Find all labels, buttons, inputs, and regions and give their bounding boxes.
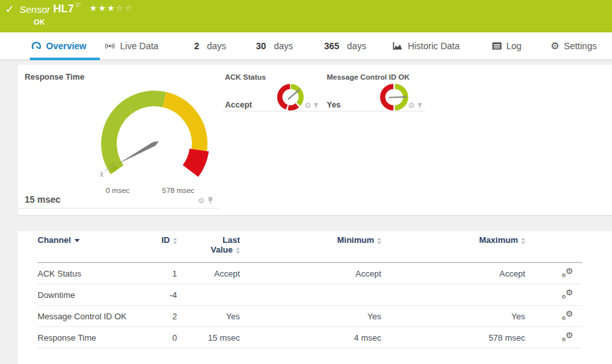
channel-minimum [240,284,381,306]
gauge-title: Response Time [25,73,84,82]
area-chart-icon [392,41,403,51]
gauge-title: ACK Status [225,73,266,81]
message-control-gauge-tile[interactable]: Message Control ID OK Yes ⚙ [324,65,425,111]
tab-bar: Overview Live Data 2 days 30 days 365 da… [0,32,612,60]
channel-last-value [177,284,240,306]
channel-maximum: Accept [381,263,525,284]
sort-icon [236,247,240,254]
table-row[interactable]: Downtime -4 ⚙⚙ [38,284,582,306]
tab-log-label: Log [506,41,521,51]
tab-overview[interactable]: Overview [31,41,86,51]
channel-name[interactable]: Message Control ID OK [38,306,145,327]
gear-icon: ⚙ [550,40,559,52]
channel-id: 2 [145,306,177,327]
table-header-row: Channel ID LastValue Minimum Maximum [38,231,582,263]
column-header-channel[interactable]: Channel [38,231,145,263]
channel-last-value: Accept [177,263,240,284]
channel-settings-icon[interactable]: ⚙⚙ [562,289,573,299]
stars-filled[interactable]: ★★★ [89,3,116,13]
ack-status-value: Accept [225,100,252,109]
channel-settings-icon[interactable]: ⚙⚙ [562,310,573,321]
channel-minimum: Accept [240,263,381,284]
priority-stars[interactable]: ★★★☆☆ [89,3,134,13]
average-marker-label: x̄ [100,170,104,178]
table-row[interactable]: Message Control ID OK 2 Yes Yes Yes ⚙⚙ [38,306,582,327]
sort-icon [173,238,177,244]
pin-icon[interactable] [207,197,214,205]
sensor-type-label: Sensor [19,4,51,15]
tab-historic-data-label: Historic Data [408,41,460,51]
channel-settings-icon[interactable]: ⚙⚙ [562,267,573,278]
sort-icon [377,238,381,244]
tile-gear-icon[interactable]: ⚙ [198,196,205,205]
column-header-last-value[interactable]: LastValue [177,231,240,263]
channel-id: 1 [145,263,177,284]
log-list-icon [492,42,502,50]
tile-gear-icon[interactable]: ⚙ [408,101,415,110]
channel-name[interactable]: Downtime [38,284,145,306]
tab-30-days-word: days [274,41,293,51]
gauge-title: Message Control ID OK [327,73,410,81]
response-time-gauge-tile[interactable]: Response Time x̄ 0 msec 578 msec 15 msec… [18,65,218,209]
live-data-icon [104,41,115,51]
tab-30-days[interactable]: 30 days [256,41,293,51]
tab-2-days-number: 2 [194,41,199,51]
tab-log[interactable]: Log [492,41,521,51]
message-control-value: Yes [327,100,341,109]
message-control-donut-gauge [379,82,409,112]
column-header-minimum[interactable]: Minimum [240,231,381,263]
channel-name[interactable]: Response Time [38,327,145,348]
gauge-scale-max: 578 msec [162,187,194,194]
sensor-header: ✓ Sensor HL7 ⚐ ★★★☆☆ OK [0,0,612,32]
channel-last-value: Yes [177,306,240,327]
column-header-settings [525,231,582,263]
channels-table: Channel ID LastValue Minimum Maximum ACK… [38,231,582,348]
tab-historic-data[interactable]: Historic Data [392,41,460,51]
gauge-needle [118,141,159,164]
tab-30-days-number: 30 [256,41,266,51]
tab-live-data-label: Live Data [120,41,158,51]
tab-2-days-word: days [207,41,226,51]
response-time-value: 15 msec [25,194,60,205]
gauge-icon [31,41,41,51]
channel-maximum: 578 msec [381,327,525,348]
channels-section: Channel ID LastValue Minimum Maximum ACK… [18,231,612,364]
channel-id: 0 [145,327,177,348]
donut-needle [390,97,406,98]
channel-id: -4 [145,284,177,306]
stars-empty[interactable]: ☆☆ [116,3,134,13]
donut-needle [288,89,300,98]
active-tab-underline [30,58,100,60]
table-row[interactable]: Response Time 0 15 msec 4 msec 578 msec … [38,327,582,348]
tab-2-days[interactable]: 2 days [194,41,226,51]
channel-maximum: Yes [381,306,525,327]
sort-desc-icon [75,239,80,242]
sensor-name: HL7 [53,3,74,16]
tab-live-data[interactable]: Live Data [104,41,158,51]
channel-last-value: 15 msec [177,327,240,348]
tab-settings[interactable]: ⚙ Settings [550,40,596,52]
status-badge: OK [34,18,45,26]
channel-maximum [381,284,525,306]
table-row[interactable]: ACK Status 1 Accept Accept Accept ⚙⚙ [38,263,582,284]
gauge-scale-min: 0 msec [106,187,130,194]
response-time-gauge: x̄ [83,79,226,189]
tab-overview-label: Overview [46,41,86,51]
sort-icon [521,238,525,244]
tab-365-days[interactable]: 365 days [324,41,366,51]
flag-icon[interactable]: ⚐ [75,1,82,10]
channel-name[interactable]: ACK Status [38,263,145,284]
pin-icon[interactable] [313,102,319,109]
column-header-id[interactable]: ID [145,231,177,263]
status-check-icon: ✓ [5,3,14,16]
column-header-maximum[interactable]: Maximum [381,231,525,263]
channel-minimum: Yes [240,306,381,327]
channel-minimum: 4 msec [240,327,381,348]
tile-gear-icon[interactable]: ⚙ [304,101,311,110]
tab-365-days-word: days [347,41,366,51]
tab-settings-label: Settings [564,41,597,51]
pin-icon[interactable] [417,102,423,109]
ack-status-gauge-tile[interactable]: ACK Status Accept ⚙ [222,65,323,111]
gauges-section: Response Time x̄ 0 msec 578 msec 15 msec… [18,65,612,216]
channel-settings-icon[interactable]: ⚙⚙ [562,332,573,342]
